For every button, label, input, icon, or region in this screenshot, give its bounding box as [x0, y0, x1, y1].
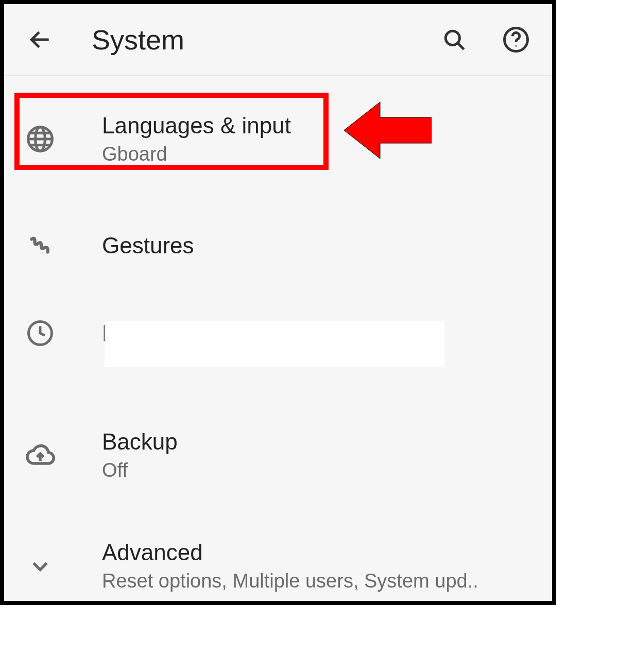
item-subtitle: Off [102, 459, 178, 483]
search-icon [441, 27, 467, 53]
svg-point-4 [516, 45, 517, 47]
search-button[interactable] [439, 24, 470, 55]
settings-screen: System [0, 0, 556, 605]
item-advanced[interactable]: Advanced Reset options, Multiple users, … [4, 519, 552, 605]
redaction-box [105, 321, 444, 367]
arrow-left-icon [27, 27, 53, 53]
back-button[interactable] [25, 24, 56, 55]
globe-icon [25, 124, 56, 154]
page-title: System [92, 24, 439, 56]
help-button[interactable] [501, 24, 531, 55]
appbar: System [4, 4, 552, 76]
item-gestures[interactable]: Gestures [4, 207, 552, 284]
svg-line-2 [458, 43, 464, 49]
item-title: Gestures [102, 232, 194, 260]
item-title: Advanced [102, 539, 478, 566]
item-subtitle: Gboard [102, 143, 291, 166]
item-backup[interactable]: Backup Off [4, 408, 552, 503]
appbar-actions [439, 24, 531, 55]
squiggle-icon [25, 230, 56, 261]
item-languages-input[interactable]: Languages & input Gboard [4, 92, 552, 186]
item-subtitle: Reset options, Multiple users, System up… [102, 570, 478, 593]
item-title: Backup [102, 428, 178, 456]
clock-icon [25, 318, 56, 349]
cloud-upload-icon [25, 440, 56, 471]
chevron-down-icon [25, 550, 56, 581]
svg-point-1 [445, 31, 459, 45]
help-icon [502, 26, 530, 54]
item-title: Languages & input [102, 112, 291, 140]
